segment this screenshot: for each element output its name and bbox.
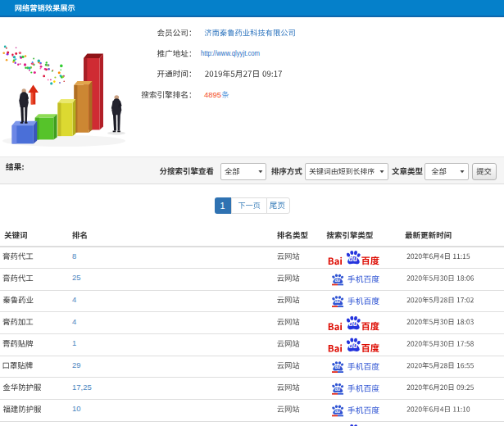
svg-text:du: du: [349, 320, 358, 328]
svg-text:du: du: [349, 342, 358, 350]
svg-text:du: du: [335, 387, 341, 392]
svg-text:du: du: [335, 365, 341, 369]
svg-text:du: du: [349, 255, 358, 263]
svg-text:du: du: [335, 299, 341, 304]
svg-text:du: du: [335, 409, 341, 414]
svg-text:du: du: [335, 278, 341, 283]
